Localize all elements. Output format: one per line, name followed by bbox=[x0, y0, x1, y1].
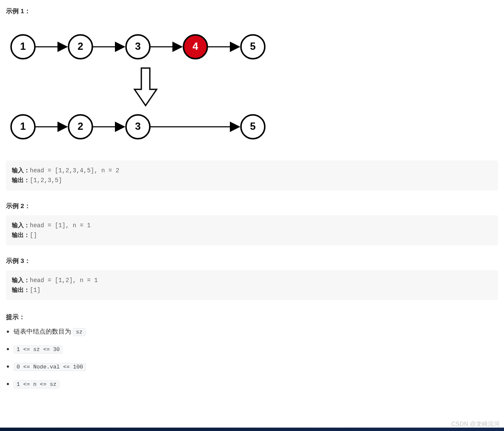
linked-list-diagram: 1 2 3 4 5 1 bbox=[6, 20, 498, 154]
node-5b: 5 bbox=[241, 115, 265, 139]
output-label: 输出： bbox=[12, 177, 30, 183]
input-value: head = [1,2], n = 1 bbox=[30, 277, 98, 284]
svg-text:3: 3 bbox=[135, 40, 140, 52]
svg-text:5: 5 bbox=[250, 120, 255, 132]
example2-code: 输入：head = [1], n = 1 输出：[] bbox=[6, 215, 498, 245]
example3-title: 示例 3： bbox=[6, 256, 498, 266]
hint-item: 0 <= Node.val <= 100 bbox=[14, 361, 498, 372]
example1-code: 输入：head = [1,2,3,4,5], n = 2 输出：[1,2,3,5… bbox=[6, 160, 498, 191]
svg-text:2: 2 bbox=[77, 120, 83, 132]
inline-code: 0 <= Node.val <= 100 bbox=[14, 363, 86, 371]
example1-title: 示例 1： bbox=[6, 6, 498, 16]
input-value: head = [1], n = 1 bbox=[30, 222, 91, 229]
node-2: 2 bbox=[69, 35, 92, 59]
output-value: [] bbox=[30, 232, 37, 239]
down-arrow-icon bbox=[135, 68, 157, 106]
node-4: 4 bbox=[183, 35, 207, 59]
hint-item: 1 <= sz <= 30 bbox=[14, 344, 498, 354]
hint-item: 链表中结点的数目为 sz bbox=[14, 326, 498, 337]
output-value: [1,2,3,5] bbox=[30, 177, 62, 184]
inline-code: 1 <= sz <= 30 bbox=[14, 345, 63, 354]
node-1: 1 bbox=[11, 35, 35, 59]
node-5: 5 bbox=[241, 35, 265, 59]
output-label: 输出： bbox=[12, 231, 30, 238]
hints-list: 链表中结点的数目为 sz 1 <= sz <= 30 0 <= Node.val… bbox=[6, 326, 498, 389]
node-2b: 2 bbox=[69, 115, 92, 139]
example2-title: 示例 2： bbox=[6, 201, 498, 211]
input-label: 输入： bbox=[12, 277, 30, 283]
input-label: 输入： bbox=[12, 222, 30, 228]
output-label: 输出： bbox=[12, 286, 30, 293]
example3-code: 输入：head = [1,2], n = 1 输出：[1] bbox=[6, 270, 498, 300]
input-label: 输入： bbox=[12, 167, 30, 174]
inline-code: 1 <= n <= sz bbox=[14, 380, 60, 388]
node-1b: 1 bbox=[11, 115, 35, 139]
inline-code: sz bbox=[73, 328, 86, 336]
node-3b: 3 bbox=[126, 115, 150, 139]
hint-item: 1 <= n <= sz bbox=[14, 379, 498, 389]
svg-text:5: 5 bbox=[250, 40, 255, 52]
row1: 1 2 3 4 5 bbox=[11, 35, 265, 59]
svg-text:4: 4 bbox=[192, 40, 198, 52]
input-value: head = [1,2,3,4,5], n = 2 bbox=[30, 167, 119, 174]
svg-text:2: 2 bbox=[77, 40, 83, 52]
svg-text:1: 1 bbox=[20, 120, 26, 132]
hints-title: 提示： bbox=[6, 312, 498, 322]
row2: 1 2 3 5 bbox=[11, 115, 265, 139]
svg-text:1: 1 bbox=[20, 40, 26, 52]
svg-text:3: 3 bbox=[135, 120, 140, 132]
output-value: [1] bbox=[30, 287, 40, 294]
node-3: 3 bbox=[126, 35, 150, 59]
